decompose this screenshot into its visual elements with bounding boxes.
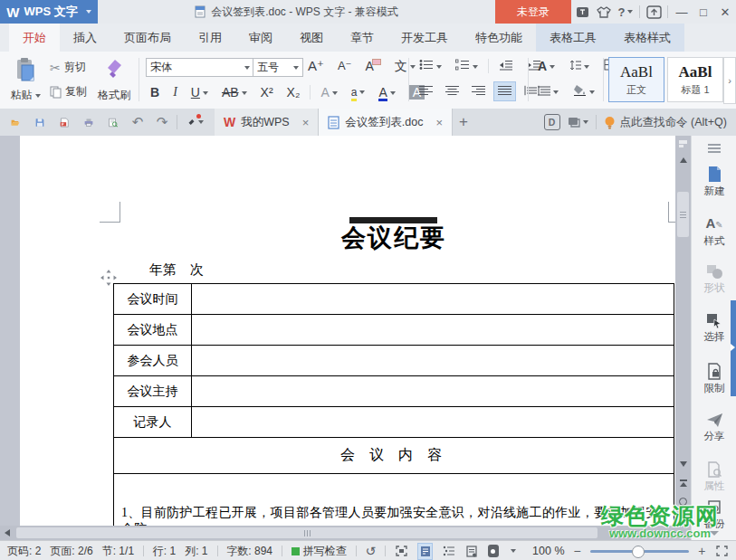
line-spacing-button[interactable] — [566, 57, 593, 75]
tab-home[interactable]: 开始 — [9, 24, 60, 52]
style-normal[interactable]: AaBl 正文 — [608, 57, 664, 102]
subscript-button[interactable]: X₂ — [283, 83, 304, 101]
row-value-cell[interactable] — [192, 284, 674, 314]
decrease-indent-button[interactable] — [495, 57, 517, 75]
undo-button[interactable]: ↶ — [128, 112, 148, 132]
shrink-font-button[interactable]: A⁻ — [334, 57, 356, 75]
scroll-left-button[interactable] — [0, 526, 14, 540]
zoom-slider[interactable] — [590, 545, 689, 557]
scroll-up-button[interactable] — [675, 153, 691, 167]
justify-button[interactable] — [494, 82, 515, 100]
tab-references[interactable]: 引用 — [185, 24, 235, 52]
restore-toolbar-icon[interactable] — [643, 1, 664, 23]
paste-button[interactable]: 粘贴 — [7, 55, 43, 105]
fullscreen-view-button[interactable] — [395, 544, 409, 559]
scroll-down-button[interactable] — [675, 457, 691, 471]
status-word-count[interactable]: 字数: 894 — [226, 544, 272, 559]
clear-format-button[interactable]: A — [361, 57, 384, 75]
font-name-select[interactable]: 宋体 — [146, 58, 254, 77]
chevron-down-icon[interactable] — [511, 549, 516, 553]
text-effects-button[interactable]: A — [317, 83, 340, 101]
row-label[interactable]: 会议地点 — [114, 315, 192, 345]
styles-gallery-expand-button[interactable]: › — [723, 57, 736, 104]
sidebar-item-new[interactable]: 新建 — [692, 166, 736, 198]
tab-special-features[interactable]: 特色功能 — [462, 24, 536, 52]
tab-insert[interactable]: 插入 — [60, 24, 110, 52]
print-preview-button[interactable] — [103, 112, 123, 132]
align-right-button[interactable] — [468, 82, 489, 100]
login-button[interactable]: 未登录 — [495, 0, 571, 24]
strikethrough-button[interactable]: AB — [218, 83, 251, 101]
close-button[interactable]: ✕ — [714, 1, 736, 23]
tab-review[interactable]: 审阅 — [235, 24, 286, 52]
row-value-cell[interactable] — [192, 407, 674, 437]
print-button[interactable] — [79, 112, 99, 132]
superscript-button[interactable]: X² — [257, 83, 277, 101]
tab-developer[interactable]: 开发工具 — [387, 24, 462, 52]
zoom-in-button[interactable]: + — [698, 544, 705, 558]
next-page-button[interactable] — [675, 512, 691, 527]
vertical-scroll-thumb[interactable] — [677, 192, 689, 237]
row-value-cell[interactable] — [192, 376, 674, 406]
shading-button[interactable] — [569, 82, 598, 100]
tab-view[interactable]: 视图 — [286, 24, 337, 52]
document-page[interactable]: 会议纪要 年第 次 会议时间 会议地点 参会人员 — [20, 136, 675, 540]
tab-section[interactable]: 章节 — [337, 24, 387, 52]
sidebar-item-styles[interactable]: A✎ 样式 — [692, 215, 736, 248]
grow-font-button[interactable]: A⁺ — [304, 57, 328, 75]
sidebar-menu-button[interactable] — [708, 144, 721, 155]
tab-my-wps[interactable]: W 我的WPS × — [215, 109, 318, 136]
align-center-button[interactable] — [442, 82, 463, 100]
highlight-color-button[interactable]: a — [348, 82, 369, 102]
cut-button[interactable]: ✂ 剪切 — [47, 59, 89, 76]
paragraph-layout-button[interactable] — [534, 82, 562, 100]
horizontal-scroll-thumb[interactable] — [16, 527, 597, 538]
table-section-header[interactable]: 会 议 内 容 — [114, 438, 674, 474]
export-pdf-button[interactable] — [54, 112, 74, 132]
bold-button[interactable]: B — [147, 83, 163, 101]
panel-slide-handle[interactable] — [731, 300, 736, 396]
customize-quick-access-button[interactable] — [182, 112, 209, 132]
outline-view-button[interactable] — [441, 544, 455, 559]
eye-protection-button[interactable] — [488, 545, 500, 557]
fit-page-button[interactable] — [714, 544, 729, 559]
copy-button[interactable]: 复制 — [47, 83, 90, 100]
maximize-button[interactable]: □ — [693, 1, 714, 23]
select-browse-object-button[interactable] — [675, 494, 691, 508]
style-heading1[interactable]: AaBl 标题 1 — [667, 57, 723, 102]
redo-button[interactable]: ↷ — [152, 112, 172, 132]
previous-page-button[interactable] — [675, 476, 691, 490]
page-view-button[interactable] — [418, 544, 433, 559]
row-label[interactable]: 会议时间 — [114, 284, 192, 314]
align-left-button[interactable] — [416, 82, 436, 100]
font-size-select[interactable]: 五号 — [253, 58, 303, 77]
tab-page-layout[interactable]: 页面布局 — [110, 24, 185, 52]
meeting-table[interactable]: 会议时间 会议地点 参会人员 会议主持 — [113, 283, 674, 540]
ruler-toggle-button[interactable] — [675, 137, 691, 151]
row-label[interactable]: 参会人员 — [114, 346, 192, 375]
numbering-button[interactable] — [452, 57, 482, 75]
vertical-scrollbar[interactable] — [675, 136, 691, 540]
underline-button[interactable]: U — [187, 83, 212, 101]
tab-table-tools[interactable]: 表格工具 — [536, 24, 610, 52]
open-file-button[interactable] — [5, 112, 25, 132]
row-label[interactable]: 会议主持 — [114, 376, 192, 406]
find-command-button[interactable]: 点此查找命令 (Alt+Q) — [604, 115, 727, 130]
tab-document[interactable]: 会议签到表.doc × — [318, 109, 453, 136]
skin-icon[interactable] — [593, 1, 615, 23]
italic-button[interactable]: I — [169, 83, 181, 101]
horizontal-scrollbar[interactable] — [0, 526, 675, 540]
web-layout-button[interactable] — [464, 544, 479, 559]
bullets-button[interactable] — [416, 57, 445, 75]
panel-toggle-button[interactable] — [568, 117, 588, 128]
spellcheck-button[interactable]: 拼写检查 — [292, 544, 347, 559]
sidebar-item-restrict[interactable]: 限制 — [692, 363, 736, 395]
close-icon[interactable]: × — [435, 116, 443, 129]
history-icon[interactable]: ↺ — [366, 544, 377, 558]
tab-table-style[interactable]: 表格样式 — [610, 24, 684, 52]
sidebar-item-backup[interactable]: 备份 — [692, 500, 736, 531]
new-tab-button[interactable]: + — [453, 111, 474, 133]
sidebar-more-chevron[interactable] — [710, 531, 719, 536]
app-menu-button[interactable]: W WPS 文字 — [0, 0, 98, 24]
sidebar-item-select[interactable]: 选择 — [692, 313, 736, 344]
